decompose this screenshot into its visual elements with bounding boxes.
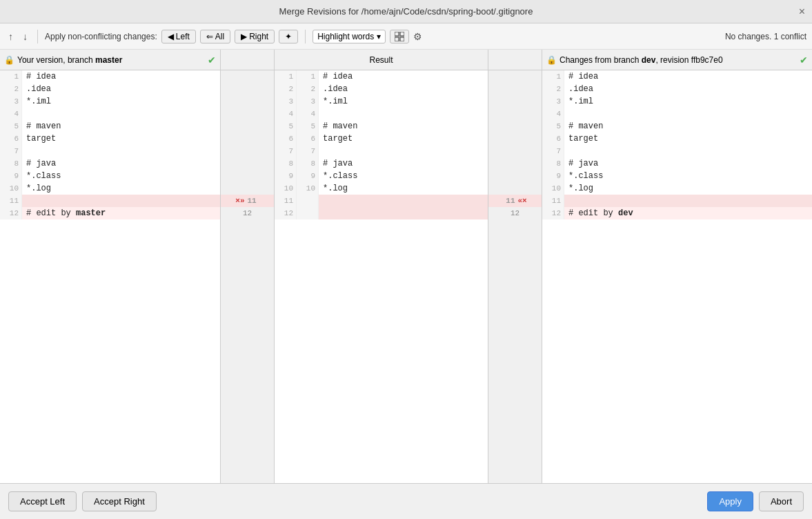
svg-rect-0 xyxy=(395,32,399,36)
accept-left-icon[interactable]: « xyxy=(517,197,522,205)
table-row: 3*.iml xyxy=(0,95,220,108)
line-number: 3 xyxy=(0,95,22,108)
settings-button[interactable]: ⚙ xyxy=(413,31,422,42)
table-row: 10*.log xyxy=(542,182,812,195)
line-number: 10 xyxy=(542,182,564,195)
left-panel-header: 🔒 Your version, branch master ✔ xyxy=(0,50,220,70)
line-content xyxy=(319,145,488,157)
accept-right-icon[interactable]: » xyxy=(240,197,245,205)
gutter-row xyxy=(488,70,542,83)
left-line-number: 3 xyxy=(275,95,297,108)
right-panel-header: 🔒 Changes from branch dev, revision ffb9… xyxy=(542,50,812,70)
line-content xyxy=(22,195,220,207)
table-row: 7 xyxy=(0,145,220,157)
line-number: 4 xyxy=(542,108,564,120)
apply-right-label: Right xyxy=(249,32,268,41)
separator xyxy=(37,30,38,43)
conflict-left-arrow[interactable]: × xyxy=(235,197,240,205)
gutter-row[interactable]: ×»11 xyxy=(221,195,274,207)
line-content: *.log xyxy=(22,182,220,195)
left-line-number: 6 xyxy=(275,133,297,145)
apply-right-button[interactable]: ▶ Right xyxy=(235,30,275,43)
gutter-row xyxy=(221,157,274,170)
right-header-text: Changes from branch dev, revision ffb9c7… xyxy=(560,55,723,65)
line-number: 9 xyxy=(542,170,564,182)
gutter-row xyxy=(221,182,274,195)
line-content: # java xyxy=(564,157,812,170)
gutter-row xyxy=(488,157,542,170)
accept-left-button[interactable]: Accept Left xyxy=(8,491,77,511)
line-number: 1 xyxy=(0,70,22,83)
svg-rect-2 xyxy=(395,37,399,41)
gutter-row xyxy=(488,145,542,157)
middle-header-text: Result xyxy=(369,55,393,65)
table-row: 9*.class xyxy=(542,170,812,182)
left-line-number: 5 xyxy=(275,120,297,133)
table-row: 22.idea xyxy=(275,83,488,95)
table-row: 4 xyxy=(0,108,220,120)
apply-left-button[interactable]: ◀ Left xyxy=(161,30,196,43)
magic-button[interactable]: ✦ xyxy=(279,30,298,43)
conflict-right-close[interactable]: × xyxy=(522,197,527,205)
gutter-row[interactable]: 11«× xyxy=(488,195,542,207)
right-line-number: 2 xyxy=(297,83,319,95)
abort-button[interactable]: Abort xyxy=(759,491,804,511)
line-number: 8 xyxy=(542,157,564,170)
line-content xyxy=(319,195,488,207)
bottom-right-buttons: Apply Abort xyxy=(707,491,804,511)
left-lock-icon: 🔒 xyxy=(4,55,14,65)
line-content: # edit by dev xyxy=(564,207,812,219)
table-row: 1# idea xyxy=(0,70,220,83)
all-arrows-icon: ⇐ xyxy=(206,32,213,41)
left-line-number: 8 xyxy=(275,157,297,170)
svg-rect-3 xyxy=(400,37,404,41)
grid-icon xyxy=(395,32,404,41)
left-line-number: 1 xyxy=(275,70,297,83)
gutter-row xyxy=(221,133,274,145)
accept-right-button[interactable]: Accept Right xyxy=(82,491,157,511)
nav-down-button[interactable]: ↓ xyxy=(20,30,30,43)
line-number: 1 xyxy=(542,70,564,83)
left-check-icon: ✔ xyxy=(208,55,216,66)
table-row: 66target xyxy=(275,133,488,145)
highlight-dropdown[interactable]: Highlight words ▾ xyxy=(313,30,386,43)
nav-up-button[interactable]: ↑ xyxy=(6,30,16,43)
right-line-number: 8 xyxy=(297,157,319,170)
apply-all-button[interactable]: ⇐ All xyxy=(200,30,230,43)
line-content: .idea xyxy=(564,83,812,95)
table-row: 1# idea xyxy=(542,70,812,83)
line-content xyxy=(564,195,812,207)
line-number: 5 xyxy=(0,120,22,133)
middle-panel: Result 11# idea22.idea33*.iml4455# maven… xyxy=(275,50,488,483)
table-row: 5# maven xyxy=(542,120,812,133)
line-content xyxy=(319,207,488,219)
gutter2: 11«×12 xyxy=(488,50,542,483)
close-button[interactable]: × xyxy=(799,6,805,18)
title-bar: Merge Revisions for /home/ajn/Code/csdn/… xyxy=(0,0,812,23)
line-content: *.log xyxy=(564,182,812,195)
line-number: 7 xyxy=(0,145,22,157)
line-number: 8 xyxy=(0,157,22,170)
line-content xyxy=(22,145,220,157)
gutter-row xyxy=(221,95,274,108)
line-content: # edit by master xyxy=(22,207,220,219)
line-content: # idea xyxy=(22,70,220,83)
left-code: 1# idea2.idea3*.iml45# maven6target78# j… xyxy=(0,70,220,483)
window-title: Merge Revisions for /home/ajn/Code/csdn/… xyxy=(279,6,533,17)
gutter-num: 11 xyxy=(248,197,257,205)
line-content: # java xyxy=(319,157,488,170)
grid-view-button[interactable] xyxy=(390,30,409,43)
table-row: 3*.iml xyxy=(542,95,812,108)
gutter-row xyxy=(221,83,274,95)
gutter1: ×»1112 xyxy=(221,50,275,483)
line-content: *.log xyxy=(319,182,488,195)
line-content: # java xyxy=(22,157,220,170)
line-number: 2 xyxy=(542,83,564,95)
table-row: 88# java xyxy=(275,157,488,170)
gutter-row xyxy=(488,95,542,108)
apply-button[interactable]: Apply xyxy=(707,491,753,511)
line-content xyxy=(564,108,812,120)
line-number: 12 xyxy=(542,207,564,219)
line-content: # idea xyxy=(319,70,488,83)
table-row: 2.idea xyxy=(542,83,812,95)
